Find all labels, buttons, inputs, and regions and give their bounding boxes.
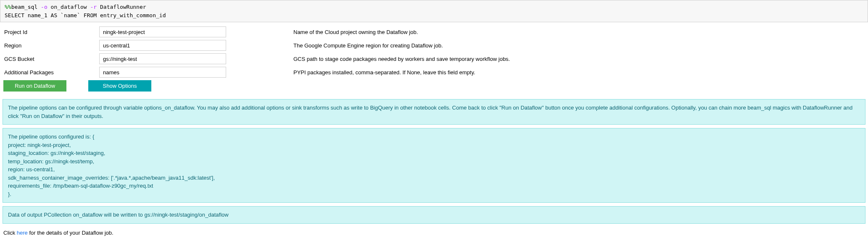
code-magic-prefix: %% (5, 4, 11, 10)
label-region: Region (3, 42, 99, 49)
show-options-button[interactable]: Show Options (88, 80, 151, 92)
desc-project-id: Name of the Cloud project owning the Dat… (293, 29, 418, 35)
info-box-output-path: Data of output PCollection on_dataflow w… (3, 206, 865, 224)
label-gcs-bucket: GCS Bucket (3, 56, 99, 62)
label-project-id: Project Id (3, 29, 99, 35)
code-arg-runner: DataflowRunner (97, 4, 146, 10)
input-project-id[interactable] (99, 26, 226, 37)
code-sql-line: SELECT name_1 AS `name` FROM entry_with_… (5, 12, 166, 18)
input-packages[interactable] (99, 67, 226, 78)
desc-region: The Google Compute Engine region for cre… (293, 42, 443, 49)
code-flag-r: -r (90, 4, 97, 10)
desc-gcs-bucket: GCS path to stage code packages needed b… (293, 56, 510, 62)
form-row-gcs: GCS Bucket GCS path to stage code packag… (3, 53, 865, 64)
info-box-options-hint: The pipeline options can be configured t… (3, 99, 865, 125)
form-row-packages: Additional Packages PYPI packages instal… (3, 67, 865, 78)
code-arg-output: on_dataflow (47, 4, 90, 10)
input-gcs-bucket[interactable] (99, 53, 226, 64)
desc-packages: PYPI packages installed, comma-separated… (293, 69, 475, 76)
form-row-region: Region The Google Compute Engine region … (3, 40, 865, 51)
code-flag-o: -o (41, 4, 47, 10)
info-box-configured-options: The pipeline options configured is: { pr… (3, 128, 865, 203)
input-region[interactable] (99, 40, 226, 51)
code-cell[interactable]: %%beam_sql -o on_dataflow -r DataflowRun… (0, 0, 868, 22)
form-area: Project Id Name of the Cloud project own… (0, 22, 868, 97)
run-on-dataflow-button[interactable]: Run on Dataflow (3, 80, 66, 92)
dataflow-job-link[interactable]: here (17, 230, 28, 236)
footer-prefix: Click (3, 230, 17, 236)
button-row: Run on Dataflow Show Options (3, 80, 865, 92)
form-row-project: Project Id Name of the Cloud project own… (3, 26, 865, 37)
footer-line: Click here for the details of your Dataf… (0, 227, 868, 238)
label-packages: Additional Packages (3, 69, 99, 76)
code-magic-name: beam_sql (11, 4, 41, 10)
footer-suffix: for the details of your Dataflow job. (28, 230, 113, 236)
